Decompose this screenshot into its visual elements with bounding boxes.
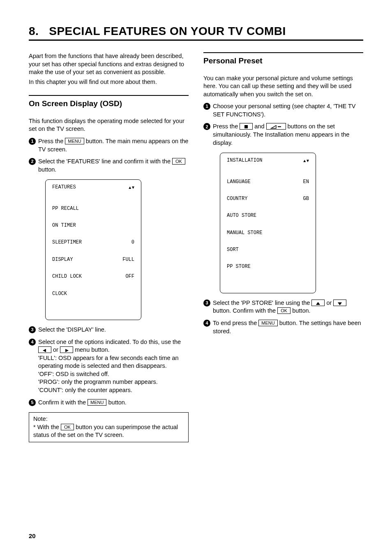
features-osd-box: FEATURES ▲▼ PP RECALL ON TIMER SLEEPTIME… xyxy=(45,179,141,320)
step-bullet-3: 3 xyxy=(29,326,36,333)
ok-key: OK xyxy=(277,307,291,314)
features-osd-title: FEATURES xyxy=(52,185,76,190)
osd-row: PP RECALL xyxy=(52,206,134,212)
step-bullet-1: 1 xyxy=(29,138,36,145)
osd-row: AUTO STORE xyxy=(227,213,309,219)
step-bullet-4: 4 xyxy=(29,339,36,346)
svg-marker-6 xyxy=(338,302,342,305)
step-bullet-3: 3 xyxy=(203,300,210,307)
step-bullet-2: 2 xyxy=(203,123,210,130)
osd-row: COUNTRYGB xyxy=(227,196,309,202)
step4-full: 'FULL': OSD appears for a few seconds ea… xyxy=(38,354,189,370)
osd-row: CLOCK xyxy=(52,291,134,297)
step4-text-c: menu button. xyxy=(73,346,110,353)
step4-text-a: Select one of the options indicated. To … xyxy=(38,339,181,345)
up-down-icon: ▲▼ xyxy=(302,158,309,164)
menu-key: MENU xyxy=(88,399,106,406)
svg-rect-2 xyxy=(244,125,248,128)
note-label: Note: xyxy=(33,415,184,423)
right-arrow-key xyxy=(60,346,73,353)
osd-step-4: 4 Select one of the options indicated. T… xyxy=(29,338,189,395)
svg-rect-4 xyxy=(278,126,281,127)
left-arrow-key xyxy=(38,346,51,353)
step-bullet-1: 1 xyxy=(203,103,210,110)
osd-row: DISPLAYFULL xyxy=(52,257,134,263)
preset-step1-text: Choose your personal setting (see chapte… xyxy=(213,102,363,118)
note-box: Note: * With the OK button you can super… xyxy=(29,412,189,442)
preset-step3-b: or xyxy=(325,300,333,306)
step-bullet-2: 2 xyxy=(29,158,36,165)
section-rule xyxy=(29,95,189,96)
step4-off: 'OFF': OSD is switched off. xyxy=(38,370,189,379)
ok-key: OK xyxy=(61,424,74,430)
osd-row: SLEEPTIMER0 xyxy=(52,240,134,246)
osd-step-2: 2 Select the 'FEATURES' line and confirm… xyxy=(29,158,189,174)
step-bullet-4: 4 xyxy=(203,320,210,327)
svg-marker-0 xyxy=(43,349,46,352)
menu-key: MENU xyxy=(65,138,84,144)
osd-row: ON TIMER xyxy=(52,223,134,229)
preset-step3-d: button. xyxy=(291,307,310,314)
preset-step-1: 1 Choose your personal setting (see chap… xyxy=(203,102,363,118)
preset-step3-c: button. Confirm with the xyxy=(213,307,277,314)
step5-text-b: button. xyxy=(106,399,126,406)
chapter-rule xyxy=(29,39,363,41)
preset-step-2: 2 Press the and buttons on the set simul… xyxy=(203,123,363,147)
osd-row: CHILD LOCKOFF xyxy=(52,274,134,280)
osd-step-1: 1 Press the MENU button. The main menu a… xyxy=(29,137,189,153)
preset-section-title: Personal Preset xyxy=(203,56,363,66)
step-bullet-5: 5 xyxy=(29,399,36,406)
up-down-icon: ▲▼ xyxy=(128,185,134,190)
preset-step-4: 4 To end press the MENU button. The sett… xyxy=(203,319,363,335)
svg-marker-1 xyxy=(65,349,69,352)
chapter-title-text: SPECIAL FEATURES ON YOUR TV COMBI xyxy=(49,25,286,37)
down-arrow-key xyxy=(333,300,346,306)
step2-text-b: button. xyxy=(38,166,56,173)
installation-osd-title: INSTALLATION xyxy=(227,158,262,164)
intro-p2: In this chapter you will find out more a… xyxy=(29,78,189,86)
svg-marker-3 xyxy=(271,125,276,128)
step2-text-a: Select the 'FEATURES' line and confirm i… xyxy=(38,158,172,165)
osd-section-title: On Screen Display (OSD) xyxy=(29,98,189,109)
step5-text-a: Confirm it with the xyxy=(38,399,88,406)
stop-key xyxy=(240,123,253,130)
preset-desc: You can make your personal picture and v… xyxy=(203,74,363,99)
step3-text: Select the 'DISPLAY' line. xyxy=(38,326,189,334)
left-column: Apart from the functions that have alrea… xyxy=(29,52,189,442)
step4-text-b: or xyxy=(51,346,60,353)
chapter-number: 8. xyxy=(29,25,39,37)
ok-key: OK xyxy=(172,158,185,165)
osd-step-5: 5 Confirm it with the MENU button. xyxy=(29,399,189,407)
menu-key: MENU xyxy=(258,320,277,326)
step1-text-a: Press the xyxy=(38,138,65,144)
step4-count: 'COUNT': only the counter appears. xyxy=(38,386,189,395)
preset-step-3: 3 Select the 'PP STORE' line using the o… xyxy=(203,299,363,315)
preset-step4-a: To end press the xyxy=(213,320,258,326)
preset-step3-a: Select the 'PP STORE' line using the xyxy=(213,300,311,306)
osd-desc: This function displays the operating mod… xyxy=(29,117,189,133)
preset-step2-b: and xyxy=(253,123,266,130)
chapter-title: 8. SPECIAL FEATURES ON YOUR TV COMBI xyxy=(29,25,363,38)
osd-row: SORT xyxy=(227,247,309,253)
section-rule xyxy=(203,52,363,53)
osd-row: LANGUAGEEN xyxy=(227,179,309,185)
intro-p1: Apart from the functions that have alrea… xyxy=(29,52,189,77)
step4-prog: 'PROG': only the programm number appears… xyxy=(38,378,189,386)
svg-marker-5 xyxy=(316,302,320,305)
vol-down-key xyxy=(266,123,286,130)
note-text-a: * With the xyxy=(33,424,61,430)
page-number: 20 xyxy=(29,532,36,539)
preset-step2-a: Press the xyxy=(213,123,240,130)
right-column: Personal Preset You can make your person… xyxy=(203,52,363,442)
osd-row: MANUAL STORE xyxy=(227,230,309,236)
osd-step-3: 3 Select the 'DISPLAY' line. xyxy=(29,326,189,334)
osd-row: PP STORE xyxy=(227,264,309,270)
up-arrow-key xyxy=(311,300,325,306)
installation-osd-box: INSTALLATION ▲▼ LANGUAGEEN COUNTRYGB AUT… xyxy=(220,153,316,293)
